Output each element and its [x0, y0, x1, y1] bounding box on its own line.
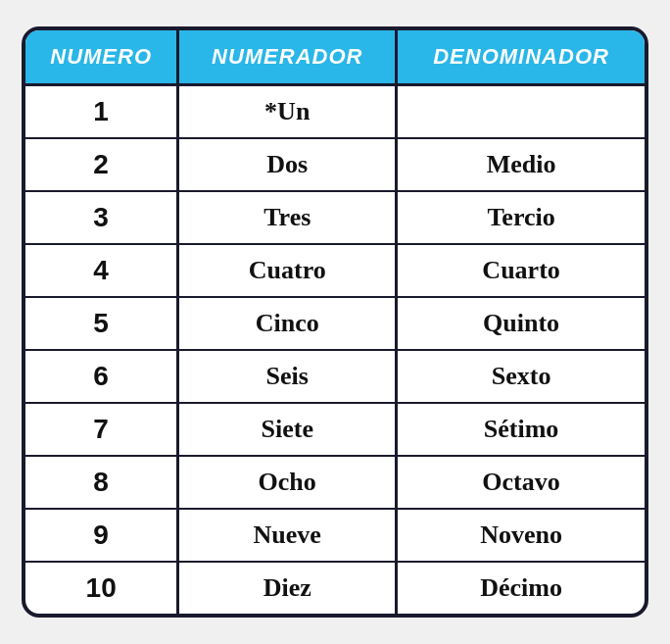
cell-numerador: Nueve	[178, 509, 397, 562]
cell-numero: 7	[25, 403, 178, 456]
cell-numerador: Cuatro	[178, 244, 397, 297]
cell-denominador: Tercio	[397, 191, 645, 244]
table-row: 8OchoOctavo	[25, 456, 645, 509]
cell-numerador: Seis	[178, 350, 397, 403]
cell-denominador: Sétimo	[397, 403, 645, 456]
table-row: 7SieteSétimo	[25, 403, 645, 456]
table-row: 9NueveNoveno	[25, 509, 645, 562]
cell-denominador: Medio	[397, 138, 645, 191]
cell-numerador: Tres	[178, 191, 397, 244]
cell-numero: 1	[25, 85, 178, 139]
main-table-wrapper: NUMERO NUMERADOR DENOMINADOR 1*Un2DosMed…	[22, 26, 648, 618]
cell-numero: 4	[25, 244, 178, 297]
cell-numerador: Siete	[178, 403, 397, 456]
table-row: 1*Un	[25, 85, 645, 139]
cell-denominador: Décimo	[397, 562, 645, 614]
cell-denominador: Quinto	[397, 297, 645, 350]
cell-numerador: *Un	[178, 85, 397, 139]
header-numerador: NUMERADOR	[178, 30, 397, 85]
cell-numero: 10	[25, 562, 178, 614]
header-numero: NUMERO	[25, 30, 178, 85]
table-row: 2DosMedio	[25, 138, 645, 191]
table-row: 4CuatroCuarto	[25, 244, 645, 297]
table-row: 3TresTercio	[25, 191, 645, 244]
cell-denominador: Cuarto	[397, 244, 645, 297]
table-row: 6SeisSexto	[25, 350, 645, 403]
cell-denominador	[397, 85, 645, 139]
cell-denominador: Noveno	[397, 509, 645, 562]
fractions-table: NUMERO NUMERADOR DENOMINADOR 1*Un2DosMed…	[25, 30, 645, 614]
table-row: 10DiezDécimo	[25, 562, 645, 614]
cell-numerador: Diez	[178, 562, 397, 614]
cell-numero: 5	[25, 297, 178, 350]
header-denominador: DENOMINADOR	[397, 30, 645, 85]
header-row: NUMERO NUMERADOR DENOMINADOR	[25, 30, 645, 85]
cell-numerador: Ocho	[178, 456, 397, 509]
cell-numerador: Cinco	[178, 297, 397, 350]
cell-numero: 8	[25, 456, 178, 509]
cell-numero: 9	[25, 509, 178, 562]
cell-denominador: Sexto	[397, 350, 645, 403]
cell-numero: 3	[25, 191, 178, 244]
cell-numero: 2	[25, 138, 178, 191]
cell-denominador: Octavo	[397, 456, 645, 509]
cell-numero: 6	[25, 350, 178, 403]
cell-numerador: Dos	[178, 138, 397, 191]
table-body: 1*Un2DosMedio3TresTercio4CuatroCuarto5Ci…	[25, 85, 645, 615]
table-row: 5CincoQuinto	[25, 297, 645, 350]
